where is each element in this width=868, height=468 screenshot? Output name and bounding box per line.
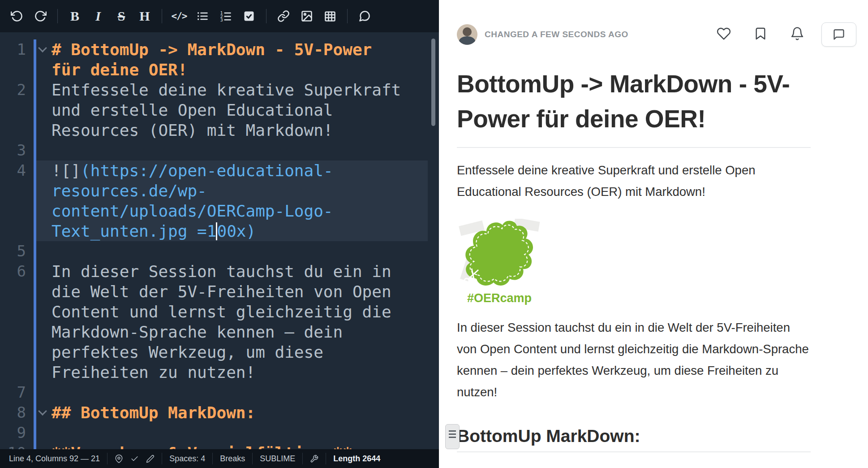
- image-url: (https://open-educational-resources.de/w…: [52, 161, 333, 240]
- open-comments-button[interactable]: [821, 22, 856, 47]
- editor-line[interactable]: 10 **Verwahren & Vervielfältigen**: [0, 443, 439, 449]
- redo-icon: [34, 10, 47, 22]
- task-list-button[interactable]: [239, 6, 259, 26]
- editor-line[interactable]: 6 In dieser Session tauchst du ein in di…: [0, 261, 439, 382]
- line-number: 5: [0, 241, 26, 261]
- line-text: **Verwahren & Vervielfältigen**: [52, 443, 405, 449]
- toolbar-separator: [266, 9, 266, 23]
- bold-button[interactable]: B: [64, 6, 85, 26]
- table-button[interactable]: [320, 6, 340, 26]
- strikethrough-button[interactable]: S: [111, 6, 132, 26]
- line-number: 2: [0, 80, 26, 140]
- speech-bubble-icon: [833, 28, 845, 41]
- oercamp-logo-image: [457, 219, 542, 290]
- image-icon: [301, 10, 313, 22]
- toolbar-separator: [347, 9, 348, 23]
- line-text: ## BottomUp MarkDown:: [52, 403, 405, 423]
- link-icon: [277, 10, 290, 22]
- editor-line[interactable]: 3: [0, 140, 439, 160]
- bookmark-icon: [753, 26, 768, 41]
- toolbar-separator: [57, 9, 58, 23]
- ordered-list-button[interactable]: 123: [215, 6, 236, 26]
- editor-line[interactable]: 7: [0, 382, 439, 403]
- editor-line[interactable]: 1 # BottomUp -> MarkDown - 5V-Power für …: [0, 39, 439, 80]
- document-length: Length 2644: [326, 453, 387, 464]
- notifications-button[interactable]: [790, 26, 804, 43]
- divider: [457, 147, 811, 148]
- editor-statusbar: Line 4, Columns 92 — 21 Spaces: 4 Breaks…: [0, 449, 439, 468]
- editor-toolbar: B I S H </> 123: [0, 0, 439, 32]
- line-number: 10: [0, 443, 26, 449]
- bookmark-button[interactable]: [753, 26, 768, 43]
- markdown-editor-pane: B I S H </> 123 1 #: [0, 0, 439, 468]
- check-icon[interactable]: [130, 455, 139, 463]
- line-number: 3: [0, 140, 26, 160]
- undo-icon: [11, 10, 23, 22]
- line-number: 8: [0, 403, 26, 423]
- bullet-list-button[interactable]: [192, 6, 213, 26]
- preview-actions: [717, 22, 856, 47]
- preferences: [302, 453, 326, 464]
- keymap-setting[interactable]: SUBLIME: [252, 453, 302, 464]
- code-button[interactable]: </>: [169, 6, 189, 26]
- editor-line[interactable]: 9: [0, 423, 439, 443]
- like-button[interactable]: [717, 26, 731, 43]
- redo-button[interactable]: [30, 6, 51, 26]
- editor-scrollbar[interactable]: [431, 39, 435, 126]
- divider: [457, 451, 811, 452]
- line-text: In dieser Session tauchst du ein in die …: [52, 261, 405, 382]
- italic-button[interactable]: I: [88, 6, 108, 26]
- paragraph: Entfessele deine kreative Superkraft und…: [457, 160, 811, 203]
- line-text: # BottomUp -> MarkDown - 5V-Power für de…: [52, 39, 405, 80]
- oercamp-logo-caption: #OERcamp: [457, 291, 542, 305]
- check-square-icon: [243, 10, 255, 22]
- paragraph: In dieser Session tauchst du ein in die …: [457, 317, 811, 403]
- editor-line[interactable]: 2 Entfessele deine kreative Superkraft u…: [0, 80, 439, 140]
- changed-status: CHANGED A FEW SECONDS AGO: [485, 30, 628, 39]
- undo-button[interactable]: [7, 6, 27, 26]
- avatar[interactable]: [457, 24, 477, 45]
- wrench-icon[interactable]: [310, 455, 318, 463]
- image-url: 00x): [217, 222, 256, 240]
- pin-icon[interactable]: [115, 455, 123, 463]
- line-number: 6: [0, 261, 26, 382]
- document-title: BottomUp -> MarkDown - 5V-Power für dein…: [457, 66, 811, 136]
- image-button[interactable]: [296, 6, 317, 26]
- bullet-list-icon: [196, 10, 209, 22]
- line-number: 1: [0, 39, 26, 80]
- markdown-image-syntax: ![]: [52, 161, 81, 180]
- editor-line[interactable]: 8 ## BottomUp MarkDown:: [0, 403, 439, 423]
- code-editor[interactable]: 1 # BottomUp -> MarkDown - 5V-Power für …: [0, 32, 439, 449]
- indent-setting[interactable]: Spaces: 4: [162, 453, 212, 464]
- ordered-list-icon: 123: [219, 10, 232, 22]
- table-icon: [324, 10, 336, 22]
- comment-button[interactable]: [354, 6, 375, 26]
- rendered-document: BottomUp -> MarkDown - 5V-Power für dein…: [457, 66, 811, 452]
- cursor-position: Line 4, Columns 92 — 21: [2, 453, 107, 464]
- comment-icon: [358, 10, 371, 22]
- section-heading: BottomUp MarkDown:: [457, 426, 811, 446]
- line-text: Entfessele deine kreative Superkraft und…: [52, 80, 405, 140]
- line-number: 7: [0, 382, 26, 403]
- bell-icon: [790, 26, 804, 41]
- editor-line-active[interactable]: 4 ![](https://open-educational-resources…: [0, 160, 439, 241]
- markdown-preview-pane: CHANGED A FEW SECONDS AGO BottomUp -> Ma…: [439, 0, 868, 468]
- svg-text:3: 3: [220, 17, 223, 22]
- line-number: 9: [0, 423, 26, 443]
- line-number: 4: [0, 160, 26, 241]
- heart-icon: [717, 26, 731, 41]
- link-button[interactable]: [273, 6, 294, 26]
- line-text: ![](https://open-educational-resources.d…: [52, 160, 405, 241]
- pen-icon[interactable]: [146, 455, 155, 463]
- heading-button[interactable]: H: [134, 6, 155, 26]
- linebreak-setting[interactable]: Breaks: [212, 453, 252, 464]
- oercamp-logo: #OERcamp: [457, 219, 546, 305]
- toolbar-separator: [162, 9, 162, 23]
- editor-line[interactable]: 5: [0, 241, 439, 261]
- preview-header: CHANGED A FEW SECONDS AGO: [457, 22, 868, 47]
- statusbar-tools: [107, 453, 162, 464]
- pane-splitter-handle[interactable]: [445, 424, 460, 449]
